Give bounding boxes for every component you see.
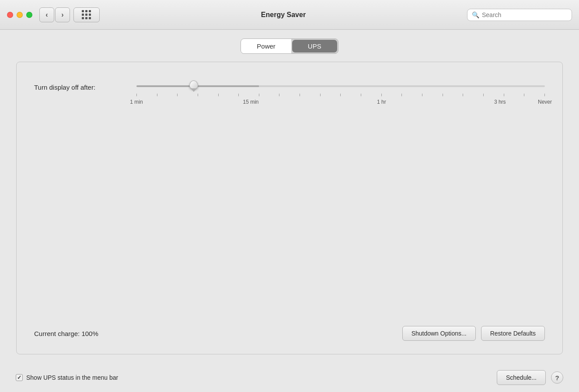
tick xyxy=(463,94,463,96)
restore-defaults-button[interactable]: Restore Defaults xyxy=(481,326,545,341)
slider-container: 1 min 15 min 1 hr 3 hrs Never xyxy=(136,75,545,99)
tick xyxy=(422,94,422,96)
tick xyxy=(177,94,178,96)
tick xyxy=(340,94,341,96)
forward-button[interactable]: › xyxy=(55,7,70,22)
minimize-button[interactable] xyxy=(17,12,23,18)
tick xyxy=(483,94,484,96)
ups-status-label: Show UPS status in the menu bar xyxy=(26,374,118,381)
close-button[interactable] xyxy=(7,12,13,18)
search-box[interactable]: 🔍 xyxy=(467,9,572,21)
shutdown-options-button[interactable]: Shutdown Options... xyxy=(402,326,476,341)
tick xyxy=(136,94,137,96)
help-button[interactable]: ? xyxy=(551,371,563,384)
footer: ✓ Show UPS status in the menu bar Schedu… xyxy=(0,363,579,392)
grid-icon xyxy=(82,10,91,20)
tick xyxy=(259,94,259,96)
segmented-control: Power UPS xyxy=(241,38,338,54)
content-panel: Turn display off after: xyxy=(16,62,563,354)
nav-buttons: ‹ › xyxy=(39,7,70,22)
thumb-shape xyxy=(189,80,198,89)
grid-button[interactable] xyxy=(73,7,100,22)
back-button[interactable]: ‹ xyxy=(39,7,54,22)
tick xyxy=(443,94,443,96)
checkmark-icon: ✓ xyxy=(17,374,21,381)
checkbox-row: ✓ Show UPS status in the menu bar xyxy=(16,374,118,381)
power-tab[interactable]: Power xyxy=(241,39,291,53)
slider-thumb[interactable] xyxy=(189,80,198,92)
maximize-button[interactable] xyxy=(26,12,32,18)
window-controls xyxy=(7,12,32,18)
window-title: Energy Saver xyxy=(100,11,467,19)
main-content: Power UPS Turn display off after: xyxy=(0,30,579,363)
slider-label: Turn display off after: xyxy=(34,84,126,91)
slider-label-3hrs: 3 hrs xyxy=(494,99,506,105)
titlebar: ‹ › Energy Saver 🔍 xyxy=(0,0,579,30)
schedule-button[interactable]: Schedule... xyxy=(497,370,546,385)
tick xyxy=(238,94,239,96)
slider-label-15min: 15 min xyxy=(243,99,259,105)
tick xyxy=(504,94,504,96)
footer-right: Schedule... ? xyxy=(497,370,563,385)
tick xyxy=(218,94,219,96)
tick xyxy=(401,94,402,96)
bottom-buttons: Shutdown Options... Restore Defaults xyxy=(402,326,545,341)
slider-section: Turn display off after: xyxy=(34,75,545,99)
tick xyxy=(524,94,524,96)
ups-status-checkbox[interactable]: ✓ xyxy=(16,374,23,381)
slider-label-never: Never xyxy=(538,99,552,105)
tick xyxy=(320,94,321,96)
slider-label-1min: 1 min xyxy=(130,99,143,105)
tick xyxy=(157,94,157,96)
search-input[interactable] xyxy=(482,11,567,18)
ups-tab[interactable]: UPS xyxy=(292,40,337,52)
tick xyxy=(361,94,361,96)
tick-marks xyxy=(136,93,545,97)
current-charge: Current charge: 100% xyxy=(34,330,98,337)
tick xyxy=(300,94,300,96)
tick xyxy=(544,94,545,96)
search-icon: 🔍 xyxy=(472,11,479,18)
tick xyxy=(279,94,279,96)
slider-track-wrap xyxy=(136,80,545,93)
tick xyxy=(381,94,382,96)
tick xyxy=(198,94,198,96)
slider-label-1hr: 1 hr xyxy=(377,99,386,105)
bottom-bar: Current charge: 100% Shutdown Options...… xyxy=(34,317,545,341)
slider-track[interactable] xyxy=(136,85,545,87)
